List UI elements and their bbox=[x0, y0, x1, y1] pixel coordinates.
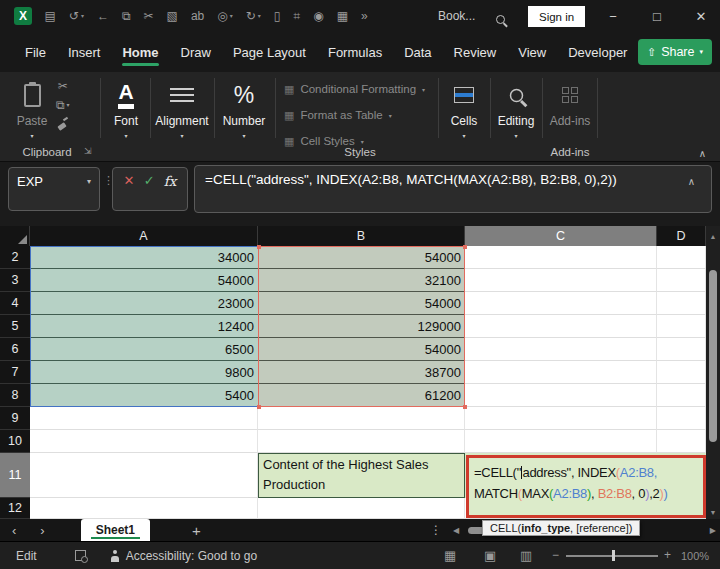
zoom-out-icon[interactable]: − bbox=[552, 548, 559, 562]
cell-D3[interactable] bbox=[657, 269, 706, 292]
cell-C7[interactable] bbox=[465, 361, 657, 384]
enter-button[interactable]: ✓ bbox=[144, 173, 155, 188]
prev-sheet-icon[interactable]: ‹ bbox=[0, 523, 28, 538]
normal-view-icon[interactable]: ▦ bbox=[444, 548, 456, 563]
tab-formulas[interactable]: Formulas bbox=[317, 32, 393, 72]
cell-A7[interactable]: 9800 bbox=[30, 361, 258, 384]
back-icon[interactable]: ← bbox=[90, 10, 115, 22]
cell-A4[interactable]: 23000 bbox=[30, 292, 258, 315]
cell-B4[interactable]: 54000 bbox=[258, 292, 465, 315]
cell-B11[interactable]: Content of the Highest Sales Production bbox=[258, 453, 465, 498]
cut-button[interactable]: ✂ bbox=[58, 80, 68, 92]
conditional-formatting-button[interactable]: ▦Conditional Formatting▾ bbox=[284, 80, 425, 98]
tab-review[interactable]: Review bbox=[443, 32, 508, 72]
cell-A2[interactable]: 34000 bbox=[30, 246, 258, 269]
cell-A5[interactable]: 12400 bbox=[30, 315, 258, 338]
close-button[interactable]: ✕ bbox=[684, 0, 718, 32]
macro-record-icon[interactable] bbox=[75, 550, 86, 561]
search-icon[interactable] bbox=[496, 10, 505, 28]
new-document-icon[interactable]: ▯ bbox=[267, 10, 287, 22]
number-menu-button[interactable]: % Number ▾ bbox=[216, 78, 272, 139]
row-header-2[interactable]: 2 bbox=[0, 246, 30, 269]
alignment-menu-button[interactable]: Alignment ▾ bbox=[152, 78, 212, 139]
row-header-3[interactable]: 3 bbox=[0, 269, 30, 292]
cell-B6[interactable]: 54000 bbox=[258, 338, 465, 361]
collapse-ribbon-icon[interactable]: ∧ bbox=[699, 148, 706, 159]
cell-C4[interactable] bbox=[465, 292, 657, 315]
cell-A11[interactable] bbox=[30, 453, 258, 498]
row-header-8[interactable]: 8 bbox=[0, 384, 30, 407]
cell-C9[interactable] bbox=[465, 407, 657, 430]
share-button[interactable]: ⇧ Share ▾ bbox=[638, 39, 712, 65]
insert-function-button[interactable]: fx bbox=[164, 173, 177, 189]
cell-D9[interactable] bbox=[657, 407, 706, 430]
save-icon[interactable]: ▤ bbox=[38, 10, 62, 22]
tab-file[interactable]: File bbox=[14, 32, 57, 72]
formula-bar-input[interactable]: =CELL("address", INDEX(A2:B8, MATCH(MAX(… bbox=[194, 165, 712, 213]
cell-B5[interactable]: 129000 bbox=[258, 315, 465, 338]
paste-special-icon[interactable]: ▧ bbox=[160, 10, 184, 22]
row-header-7[interactable]: 7 bbox=[0, 361, 30, 384]
cell-C8[interactable] bbox=[465, 384, 657, 407]
scroll-down-icon[interactable]: ▼ bbox=[706, 509, 720, 516]
cell-D7[interactable] bbox=[657, 361, 706, 384]
accessibility-status[interactable]: Accessibility: Good to go bbox=[126, 549, 257, 563]
paste-button[interactable]: Paste ▾ bbox=[12, 78, 52, 139]
zoom-slider-thumb[interactable] bbox=[612, 550, 615, 561]
page-layout-view-icon[interactable]: ▣ bbox=[484, 548, 496, 563]
camera-icon[interactable]: ◉ bbox=[307, 10, 330, 22]
vertical-scrollbar-thumb[interactable] bbox=[709, 270, 717, 442]
column-header-D[interactable]: D bbox=[657, 226, 706, 246]
scroll-up-icon[interactable]: ▲ bbox=[706, 226, 720, 246]
next-sheet-icon[interactable]: › bbox=[28, 523, 56, 538]
zoom-in-icon[interactable]: + bbox=[664, 548, 671, 562]
column-header-B[interactable]: B bbox=[258, 226, 465, 246]
tab-page-layout[interactable]: Page Layout bbox=[222, 32, 317, 72]
zoom-level[interactable]: 100% bbox=[681, 550, 709, 562]
sheet-tab-sheet1[interactable]: Sheet1 bbox=[81, 519, 150, 541]
cell-B8[interactable]: 61200 bbox=[258, 384, 465, 407]
tab-draw[interactable]: Draw bbox=[170, 32, 222, 72]
sheet-options-icon[interactable]: ⋮ bbox=[430, 523, 442, 537]
cell-B9[interactable] bbox=[258, 407, 465, 430]
format-painter-button[interactable] bbox=[57, 118, 68, 129]
minimize-button[interactable]: − bbox=[596, 0, 630, 32]
column-header-A[interactable]: A bbox=[30, 226, 258, 246]
editing-menu-button[interactable]: Editing ▾ bbox=[492, 78, 540, 139]
cell-C2[interactable] bbox=[465, 246, 657, 269]
cell-B3[interactable]: 32100 bbox=[258, 269, 465, 292]
cell-B7[interactable]: 38700 bbox=[258, 361, 465, 384]
cell-C5[interactable] bbox=[465, 315, 657, 338]
cell-D4[interactable] bbox=[657, 292, 706, 315]
tab-insert[interactable]: Insert bbox=[57, 32, 112, 72]
addins-button[interactable]: Add-ins bbox=[546, 78, 594, 128]
scroll-right-icon[interactable]: ▶ bbox=[710, 526, 716, 535]
cell-A3[interactable]: 54000 bbox=[30, 269, 258, 292]
cell-D2[interactable] bbox=[657, 246, 706, 269]
page-break-view-icon[interactable]: ▥ bbox=[520, 548, 532, 563]
cell-A12[interactable] bbox=[30, 498, 258, 519]
active-cell-editor[interactable]: =CELL("address", INDEX(A2:B8,MATCH(MAX(A… bbox=[466, 455, 706, 518]
cell-A8[interactable]: 5400 bbox=[30, 384, 258, 407]
cell-A9[interactable] bbox=[30, 407, 258, 430]
vertical-scrollbar[interactable]: ▼ bbox=[706, 246, 720, 519]
table-edit-icon[interactable]: ▦ bbox=[330, 10, 354, 22]
cell-A6[interactable]: 6500 bbox=[30, 338, 258, 361]
column-header-C[interactable]: C bbox=[465, 226, 657, 246]
sign-in-button[interactable]: Sign in bbox=[528, 6, 585, 27]
cell-C10[interactable] bbox=[465, 430, 657, 453]
cut-icon[interactable]: ✂ bbox=[137, 10, 160, 22]
cell-D10[interactable] bbox=[657, 430, 706, 453]
cell-B2[interactable]: 54000 bbox=[258, 246, 465, 269]
tab-data[interactable]: Data bbox=[393, 32, 442, 72]
cancel-button[interactable]: ✕ bbox=[124, 173, 135, 188]
copy-icon[interactable]: ⧉ bbox=[115, 10, 137, 22]
tab-view[interactable]: View bbox=[507, 32, 557, 72]
copy-button[interactable]: ⧉▾ bbox=[56, 99, 70, 111]
row-header-5[interactable]: 5 bbox=[0, 315, 30, 338]
format-as-table-button[interactable]: ▦Format as Table▾ bbox=[284, 106, 392, 124]
tab-home[interactable]: Home bbox=[111, 32, 169, 72]
cell-B10[interactable] bbox=[258, 430, 465, 453]
cell-C3[interactable] bbox=[465, 269, 657, 292]
row-header-10[interactable]: 10 bbox=[0, 430, 30, 453]
